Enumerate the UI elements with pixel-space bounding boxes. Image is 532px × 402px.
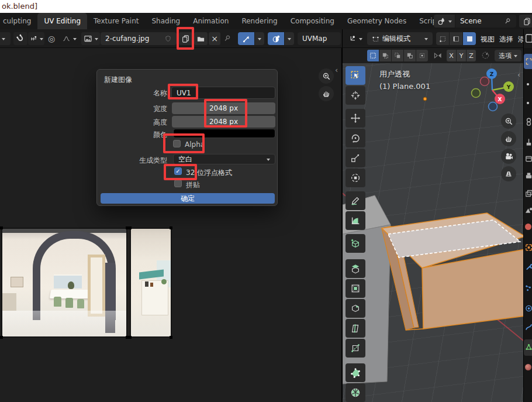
snap-toggle-button[interactable] (13, 32, 27, 45)
tool-loop-cut[interactable] (346, 319, 365, 338)
proportional-falloff-dropdown[interactable] (60, 32, 78, 45)
select-intersect-button[interactable] (416, 50, 428, 61)
tab-rendering[interactable]: Rendering (235, 13, 284, 29)
tab-shading[interactable]: Shading (145, 13, 186, 29)
physics-tab-icon[interactable] (525, 304, 532, 312)
select-mode-edge[interactable] (450, 32, 462, 45)
generated-type-dropdown[interactable]: 空白 (173, 154, 275, 164)
pin-icon[interactable] (503, 17, 512, 25)
tab-geometry-nodes[interactable]: Geometry Nodes (341, 13, 413, 29)
ok-button[interactable]: 确定 (101, 193, 275, 204)
tool-add-cube[interactable] (346, 234, 365, 253)
scene-name-field[interactable]: Scene (455, 15, 516, 28)
tab-compositing[interactable]: Compositing (284, 13, 341, 29)
options-dropdown[interactable]: 选项 (495, 50, 521, 61)
new-scene-button[interactable] (519, 15, 532, 28)
navigation-gizmo[interactable]: Z Y X (470, 66, 523, 117)
float-checkbox[interactable]: ✓ (174, 167, 182, 175)
data-tab-icon[interactable] (525, 343, 532, 351)
menu-view[interactable]: 视图 (481, 35, 495, 44)
world-tab-icon[interactable] (525, 224, 531, 230)
pin-icon[interactable] (223, 34, 232, 43)
gizmo-toggle[interactable] (238, 32, 254, 45)
output2-tab-icon[interactable] (525, 154, 532, 163)
menu-select[interactable]: 选择 (499, 35, 513, 44)
select-mode-vertex[interactable] (436, 32, 449, 45)
uv-zoom-button[interactable] (319, 68, 334, 84)
output-tab-icon[interactable] (525, 138, 532, 146)
tool-bevel[interactable] (346, 299, 365, 318)
mode-dropdown[interactable]: 编辑模式 (367, 32, 433, 45)
tool-move[interactable] (346, 109, 365, 128)
tab-sculpting[interactable]: culpting (0, 13, 37, 29)
new-image-button[interactable] (179, 32, 192, 45)
width-slider[interactable]: 2048 px (172, 102, 275, 114)
tool-measure[interactable] (346, 211, 365, 230)
image-name-field[interactable]: 2-cufang.jpg (101, 32, 177, 45)
height-slider[interactable]: 2048 px (172, 116, 275, 128)
image-browse-button[interactable] (81, 32, 100, 45)
viewport-sidebar-collapse[interactable]: ‹ (517, 70, 520, 79)
select-invert-button[interactable] (404, 50, 416, 61)
modifier-tab-icon[interactable] (525, 263, 532, 272)
printer-tab-icon[interactable] (525, 172, 532, 180)
overlays-dropdown[interactable] (285, 32, 294, 45)
material-tab-icon[interactable] (525, 364, 531, 370)
alpha-checkbox[interactable] (173, 140, 181, 147)
viewport-editor-type-button[interactable] (346, 32, 364, 45)
uvmap-field[interactable]: UVMap (298, 32, 341, 45)
editor-type-button[interactable] (0, 32, 11, 45)
tool-scale[interactable] (346, 149, 365, 167)
proportional-edit-toggle[interactable]: ◎ (48, 34, 55, 43)
overlays-toggle[interactable] (268, 32, 284, 45)
select-set-button[interactable] (367, 50, 379, 61)
tab-uv-editing[interactable]: UV Editing (37, 13, 87, 29)
fake-user-shield-icon[interactable] (164, 35, 172, 43)
tool-select-box[interactable] (346, 66, 365, 85)
tool-extrude-region[interactable] (346, 259, 365, 278)
render-tab-icon[interactable] (525, 117, 532, 126)
tab-texture-paint[interactable]: Texture Paint (87, 13, 145, 29)
tool-knife[interactable] (346, 339, 365, 358)
viewport-3d[interactable]: 用户透视 (1) Plane.001 Z Y X (342, 63, 523, 402)
tool-cursor[interactable] (346, 86, 365, 105)
tool-spin[interactable] (346, 383, 365, 402)
viewport-pan-button[interactable] (501, 131, 516, 146)
select-subtract-button[interactable] (392, 50, 403, 61)
mirror-z-toggle[interactable]: Z (467, 50, 476, 61)
select-extend-button[interactable] (379, 50, 391, 61)
unlink-image-button[interactable]: × (209, 32, 220, 45)
gizmo-dropdown[interactable] (255, 32, 264, 45)
tool-poly-build[interactable] (346, 363, 365, 382)
viewlayer-tab-icon[interactable] (525, 190, 532, 198)
tool-annotate[interactable] (346, 191, 365, 210)
tab-animation[interactable]: Animation (186, 13, 235, 29)
properties-tab-active[interactable] (524, 54, 532, 69)
mirror-x-toggle[interactable]: X (447, 50, 456, 61)
scene-tab-icon[interactable] (525, 206, 532, 214)
select-mode-face[interactable] (463, 32, 476, 45)
particles-tab-icon[interactable] (525, 284, 532, 293)
3d-viewport-icon (348, 35, 357, 43)
tool-rotate[interactable] (346, 129, 365, 147)
open-image-button[interactable] (194, 32, 208, 45)
viewport-zoom-button[interactable] (501, 114, 516, 129)
scene-browse-button[interactable] (434, 15, 455, 28)
name-input[interactable]: UV1 (171, 87, 275, 99)
width-label: 宽度 (97, 104, 167, 114)
uv-pan-button[interactable] (319, 86, 334, 101)
object-tab-icon[interactable] (525, 243, 532, 252)
tiled-checkbox[interactable] (174, 180, 182, 187)
viewport-grid-button[interactable] (501, 166, 516, 181)
viewport-camera-button[interactable] (501, 149, 516, 164)
constraint-tab-icon[interactable] (525, 323, 532, 331)
tool-inset-faces[interactable] (346, 279, 365, 298)
color-swatch[interactable] (173, 129, 275, 138)
snap-settings-dropdown[interactable] (28, 32, 44, 45)
mirror-y-toggle[interactable]: Y (457, 50, 466, 61)
proportional-edit-icon[interactable] (481, 51, 490, 60)
tool-transform[interactable] (346, 169, 365, 187)
mirror-icon[interactable] (433, 51, 443, 60)
properties-editor-icon[interactable] (525, 33, 532, 44)
uv-sidebar-collapse[interactable]: ‹ (335, 66, 338, 74)
